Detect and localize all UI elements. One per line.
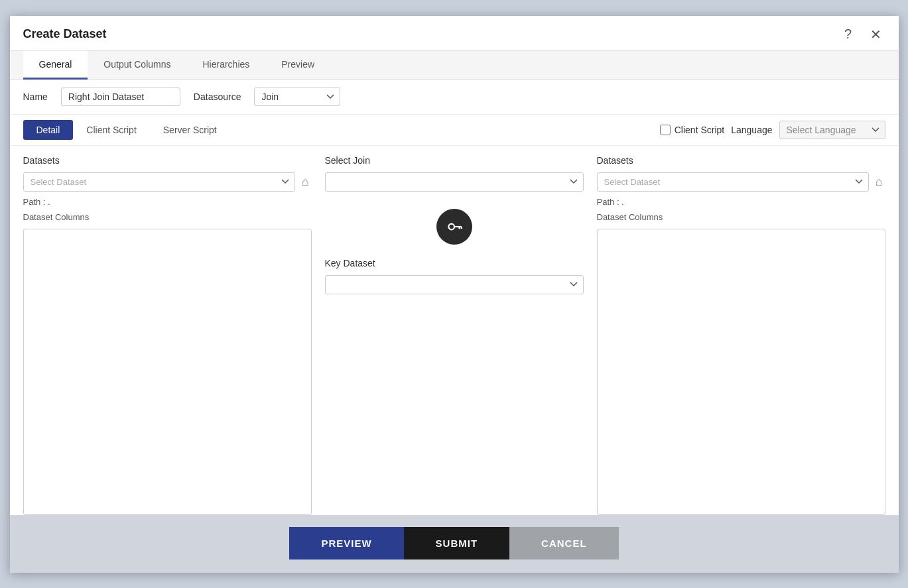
key-dataset-select[interactable] (325, 275, 584, 294)
right-columns-box (597, 229, 885, 515)
client-script-checkbox-group: Client Script (660, 125, 724, 135)
left-home-button[interactable]: ⌂ (299, 174, 312, 190)
language-select[interactable]: Select Language JavaScript Python (779, 121, 885, 139)
subtabs-right: Client Script Language Select Language J… (660, 121, 885, 139)
left-path-label: Path (23, 197, 41, 207)
footer: PREVIEW SUBMIT CANCEL (10, 515, 899, 573)
dialog-header: Create Dataset ? ✕ (10, 16, 899, 51)
left-columns-box (23, 229, 312, 515)
right-home-button[interactable]: ⌂ (873, 174, 885, 190)
tab-preview[interactable]: Preview (265, 51, 330, 80)
client-script-checkbox-label: Client Script (675, 125, 724, 135)
right-select-row: Select Dataset ⌂ (597, 172, 885, 192)
header-actions: ? ✕ (839, 25, 885, 44)
client-script-checkbox[interactable] (660, 125, 671, 135)
svg-point-0 (448, 223, 454, 229)
main-tabs: General Output Columns Hierarchies Previ… (10, 51, 899, 80)
submit-button[interactable]: SUBMIT (404, 527, 510, 559)
help-icon: ? (844, 27, 852, 42)
close-button[interactable]: ✕ (867, 25, 885, 44)
center-panel: Select Join Inner Join Left Join Right J… (312, 155, 597, 515)
subtab-client-script[interactable]: Client Script (73, 120, 149, 140)
right-home-icon: ⌂ (876, 175, 883, 188)
dialog-title: Create Dataset (23, 27, 107, 41)
subtabs-row: Detail Client Script Server Script Clien… (10, 115, 899, 146)
select-join-label: Select Join (325, 155, 370, 166)
join-select[interactable]: Inner Join Left Join Right Join (325, 172, 584, 192)
key-icon (446, 218, 463, 235)
main-content: Datasets Select Dataset ⌂ Path : . Datas… (10, 146, 899, 515)
close-icon: ✕ (870, 27, 881, 42)
right-path-label: Path (597, 197, 615, 207)
right-path-dot: . (621, 197, 624, 207)
left-panel: Datasets Select Dataset ⌂ Path : . Datas… (23, 155, 312, 515)
subtab-server-script[interactable]: Server Script (150, 120, 230, 140)
name-datasource-row: Name Datasource Join Query Script (10, 80, 899, 115)
left-columns-label: Dataset Columns (23, 212, 312, 222)
left-select-row: Select Dataset ⌂ (23, 172, 312, 192)
right-datasets-label: Datasets (597, 155, 885, 166)
left-path-dot: . (48, 197, 50, 207)
right-dataset-select[interactable]: Select Dataset (597, 172, 869, 192)
three-column-layout: Datasets Select Dataset ⌂ Path : . Datas… (23, 146, 885, 515)
name-input[interactable] (61, 88, 180, 106)
left-path-row: Path : . (23, 197, 312, 207)
datasource-select[interactable]: Join Query Script (254, 88, 340, 106)
create-dataset-dialog: Create Dataset ? ✕ General Output Column… (10, 16, 899, 573)
language-label: Language (731, 125, 772, 135)
datasource-label: Datasource (194, 91, 241, 102)
key-dataset-label: Key Dataset (325, 258, 375, 268)
key-icon-button[interactable] (436, 209, 472, 245)
name-label: Name (23, 91, 48, 102)
left-dataset-select[interactable]: Select Dataset (23, 172, 295, 192)
right-path-row: Path : . (597, 197, 885, 207)
tab-output-columns[interactable]: Output Columns (88, 51, 186, 80)
preview-button[interactable]: PREVIEW (289, 527, 403, 559)
left-datasets-label: Datasets (23, 155, 312, 166)
right-panel: Datasets Select Dataset ⌂ Path : . Datas… (597, 155, 885, 515)
tab-hierarchies[interactable]: Hierarchies (186, 51, 265, 80)
cancel-button[interactable]: CANCEL (509, 527, 619, 559)
help-button[interactable]: ? (839, 25, 858, 44)
tab-general[interactable]: General (23, 51, 88, 80)
subtab-detail[interactable]: Detail (23, 120, 74, 140)
right-columns-label: Dataset Columns (597, 212, 885, 222)
left-home-icon: ⌂ (302, 175, 309, 188)
